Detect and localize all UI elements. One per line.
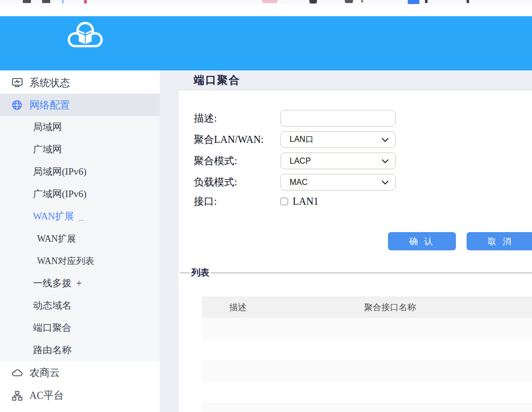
interface-label: 接口: (194, 195, 280, 208)
table-row (202, 403, 532, 412)
collapse-indicator[interactable]: _ (79, 211, 83, 222)
sidebar-item-ac-platform[interactable]: AC平台 (0, 384, 160, 407)
sidebar-item-smart-flow-control[interactable]: 智能流控 (0, 407, 160, 412)
bookmark-favicon-fragment[interactable] (309, 0, 317, 4)
list-section-legend: 列表 (180, 267, 532, 279)
interface-row: 接口: LAN1 (194, 195, 532, 207)
page-title: 端口聚合 (194, 73, 240, 87)
description-input[interactable] (280, 110, 396, 127)
bookmark-favicon-fragment[interactable] (23, 0, 31, 3)
bookmark-favicon-fragment[interactable] (345, 0, 353, 3)
legend-line (210, 273, 532, 273)
aggregate-mode-row: 聚合模式: LACP (194, 153, 532, 169)
sidebar-item-wan-mapping-list[interactable]: WAN对应列表 (0, 250, 160, 272)
table-row (202, 339, 532, 360)
selected-value: MAC (290, 178, 308, 187)
load-mode-label: 负载模式: (194, 175, 280, 189)
network-config-submenu: 局域网 广域网 局域网(IPv6) 广域网(IPv6) WAN扩展 _ WAN扩… (0, 116, 160, 361)
sidebar-item-network-config[interactable]: 网络配置 (0, 94, 160, 116)
bookmark-favicon-fragment[interactable] (62, 0, 64, 4)
column-header-description: 描述 (202, 302, 364, 313)
page-title-bar: 端口聚合 (160, 70, 532, 91)
legend-line (180, 273, 190, 273)
lan-wan-row: 聚合LAN/WAN: LAN口 (194, 131, 532, 148)
sidebar-item-multi-dial[interactable]: 一线多拨 + (0, 272, 160, 294)
bookmark-favicon-fragment[interactable] (84, 0, 87, 4)
content-panel: 描述: 聚合LAN/WAN: LAN口 聚合模式: LACP (179, 91, 532, 412)
table-row (202, 318, 532, 339)
lan-wan-select[interactable]: LAN口 (280, 131, 396, 148)
chevron-down-icon (382, 178, 388, 187)
cloud-book-logo (64, 16, 107, 55)
load-mode-select[interactable]: MAC (280, 174, 396, 191)
bookmark-favicon-fragment[interactable] (42, 0, 50, 3)
globe-icon (11, 99, 23, 111)
chevron-down-icon (382, 157, 388, 166)
bookmark-favicon-fragment[interactable] (408, 0, 419, 4)
sidebar-item-label: AC平台 (29, 389, 64, 402)
sidebar-item-wan[interactable]: 广域网 (0, 138, 160, 161)
selected-value: LACP (290, 157, 311, 166)
cancel-button[interactable]: 取 消 (467, 232, 532, 250)
confirm-button[interactable]: 确 认 (388, 232, 456, 250)
sidebar-item-label: 农商云 (29, 366, 60, 380)
table-header: 描述 聚合接口名称 (202, 296, 532, 318)
bookmark-favicon-fragment[interactable] (361, 0, 363, 3)
sidebar-item-wan-extension-group[interactable]: WAN扩展 _ (0, 205, 160, 228)
lan1-checkbox-label: LAN1 (293, 196, 318, 207)
legend-label: 列表 (191, 267, 209, 279)
main-content: 端口聚合 描述: 聚合LAN/WAN: LAN口 聚合模式: LACP (160, 70, 532, 412)
sidebar-item-ddns[interactable]: 动态域名 (0, 294, 160, 317)
expand-indicator[interactable]: + (76, 278, 82, 289)
sidebar: 系统状态 网络配置 局域网 广域网 局域网(IPv6) (0, 70, 160, 412)
sidebar-item-wan-ipv6[interactable]: 广域网(IPv6) (0, 183, 160, 205)
selected-value: LAN口 (290, 134, 313, 145)
description-row: 描述: (194, 110, 532, 127)
load-mode-row: 负载模式: MAC (194, 174, 532, 191)
sidebar-item-system-status[interactable]: 系统状态 (0, 71, 160, 94)
sidebar-item-label: 网络配置 (29, 98, 70, 112)
bookmark-favicon-fragment[interactable] (262, 0, 277, 3)
app-header (0, 16, 532, 70)
sidebar-item-label: 系统状态 (29, 76, 70, 90)
aggregate-mode-select[interactable]: LACP (280, 153, 396, 169)
lan-wan-label: 聚合LAN/WAN: (194, 133, 280, 146)
sidebar-item-lan[interactable]: 局域网 (0, 116, 160, 138)
sidebar-item-wan-extension[interactable]: WAN扩展 (0, 228, 160, 250)
column-header-interface-name: 聚合接口名称 (364, 302, 416, 313)
sidebar-item-port-aggregation[interactable]: 端口聚合 (0, 317, 160, 339)
sidebar-item-route-name[interactable]: 路由名称 (0, 339, 160, 361)
aggregate-mode-label: 聚合模式: (194, 154, 280, 168)
lan1-checkbox[interactable] (280, 198, 288, 205)
form-actions: 确 认 取 消 (194, 232, 532, 250)
sidebar-item-nongshang-cloud[interactable]: 农商云 (0, 361, 160, 384)
chevron-down-icon (382, 135, 388, 144)
browser-bookmarks-strip (0, 0, 532, 4)
description-label: 描述: (194, 111, 280, 125)
bookmark-favicon-fragment[interactable] (467, 0, 469, 3)
cloud-icon (11, 367, 23, 379)
table-row (202, 360, 532, 382)
sidebar-item-lan-ipv6[interactable]: 局域网(IPv6) (0, 161, 160, 183)
sitemap-icon (11, 390, 23, 401)
aggregation-table: 描述 聚合接口名称 (202, 296, 532, 412)
bookmark-favicon-fragment[interactable] (425, 0, 428, 3)
table-row (202, 382, 532, 403)
monitor-icon (11, 77, 23, 89)
